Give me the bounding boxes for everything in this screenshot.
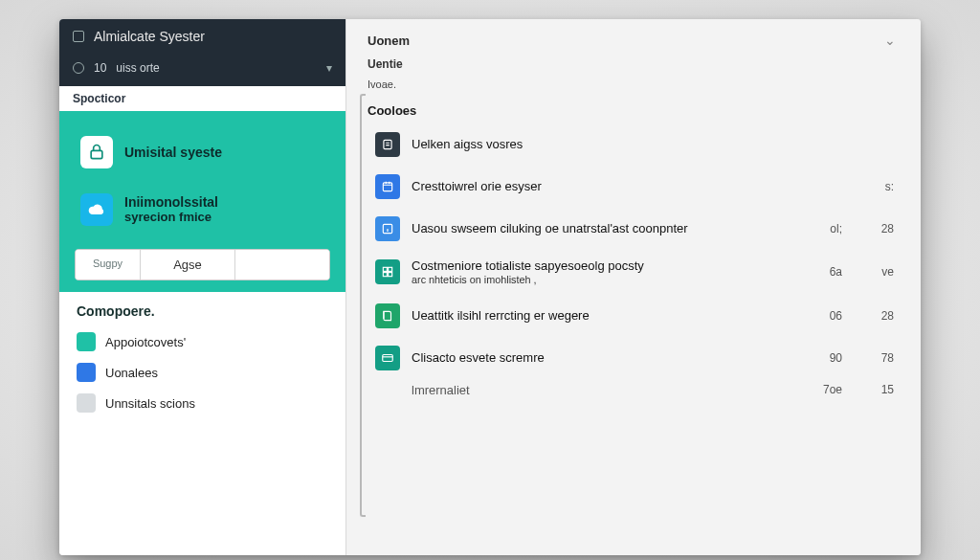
category-item-actions[interactable]: Unnsitals scions (77, 388, 328, 418)
svg-rect-2 (383, 183, 391, 191)
footer-label: lmrernaliet (412, 383, 792, 398)
list-item-meta: ol;28 (804, 222, 894, 235)
list-item[interactable]: Uelken aigss vosres (373, 123, 896, 166)
meta-value: 6a (804, 265, 842, 279)
category-label: Uonalees (105, 366, 158, 380)
nav-item-label: Iniimonolssital syrecion fmice (124, 194, 218, 224)
item-list: Uelken aigss vosresCresttoiwrel orie esy… (373, 123, 896, 406)
list-item-label: Ueattitk ilsihl rerrcting er wegere (412, 308, 792, 324)
meta-value: ol; (804, 222, 842, 235)
category-label: Appoiotcovets' (105, 335, 186, 349)
nav-item-uninstall[interactable]: Umisital syeste (75, 126, 330, 178)
category-block: Comopoere. Appoiotcovets' Uonalees Unnsi… (59, 292, 345, 426)
segment-b[interactable]: Agse (141, 250, 235, 280)
swatch-gray (77, 393, 96, 413)
meta-value: 28 (856, 309, 894, 323)
list-item[interactable]: Cresttoiwrel orie esysers: (373, 166, 896, 208)
list-item-label: Costmeniore totialiste sapyesoeolg pocst… (412, 258, 792, 286)
grid-icon (375, 259, 400, 284)
titlebar: Almialcate Syester (59, 19, 345, 54)
heading-tertiary: Ivoae. (368, 78, 896, 90)
list-item[interactable]: Clisacto esvete scremre9078 (373, 337, 896, 379)
list-footer: lmrernaliet7oe15 (373, 379, 896, 407)
chevron-down-icon[interactable]: ⌄ (884, 33, 896, 48)
note-icon (375, 132, 400, 157)
check-icon (73, 31, 84, 42)
lock-icon (80, 136, 113, 168)
list-item-label: Uasou swseem ciluking oe unatrstal'ast c… (412, 221, 792, 236)
segment-a[interactable]: Sugpy (76, 250, 141, 280)
svg-rect-5 (389, 268, 392, 272)
meta-value: 28 (856, 222, 894, 235)
group-bracket (360, 94, 366, 517)
svg-rect-0 (91, 150, 102, 158)
sidebar-section-header: Spocticor (59, 86, 345, 111)
breadcrumb-row: Uonem ⌄ (368, 33, 896, 48)
breadcrumb[interactable]: Uonem (368, 34, 410, 48)
svg-rect-4 (383, 268, 387, 272)
sidebar: Almialcate Syester 10 uiss orte ▾ Spocti… (59, 19, 346, 555)
category-title: Comopoere. (77, 303, 328, 319)
nav-item-protection[interactable]: Iniimonolssital syrecion fmice (75, 184, 330, 235)
meta-value: 90 (804, 351, 842, 365)
svg-rect-7 (389, 273, 392, 277)
app-title: Almialcate Syester (94, 29, 205, 44)
meta-value: ve (856, 265, 894, 279)
meta-value: 78 (856, 351, 894, 365)
sidebar-nav-block: Umisital syeste Iniimonolssital syrecion… (59, 111, 345, 292)
app-window: Almialcate Syester 10 uiss orte ▾ Spocti… (59, 19, 921, 555)
nav-item-label: Umisital syeste (124, 145, 222, 160)
segment-c[interactable] (235, 250, 329, 280)
category-item-apps[interactable]: Appoiotcovets' (77, 326, 328, 357)
main-panel: Uonem ⌄ Uentie Ivoae. Cooloes Uelken aig… (346, 19, 921, 555)
footer-meta: 7oe15 (804, 383, 894, 396)
group-title: Cooloes (368, 103, 896, 118)
calendar-icon (375, 174, 400, 199)
cloud-icon (80, 193, 113, 226)
category-label: Unnsitals scions (105, 396, 195, 411)
category-item-updates[interactable]: Uonalees (77, 357, 328, 388)
list-item-label: Clisacto esvete scremre (412, 350, 792, 366)
list-item-label: Cresttoiwrel orie esyser (412, 179, 844, 194)
filter-bar[interactable]: 10 uiss orte ▾ (59, 54, 345, 86)
svg-rect-6 (383, 273, 387, 277)
list-item-meta: 9078 (804, 351, 894, 365)
meta-value: 06 (804, 309, 842, 323)
list-item-meta: s: (856, 180, 894, 193)
list-item[interactable]: Costmeniore totialiste sapyesoeolg pocst… (373, 250, 896, 295)
meta-value: 15 (856, 383, 894, 396)
filter-label: uiss orte (116, 61, 159, 75)
swatch-blue (77, 363, 96, 382)
meta-value: s: (856, 180, 894, 193)
list-item-label: Uelken aigss vosres (412, 137, 894, 152)
segment-control[interactable]: Sugpy Agse (75, 249, 330, 280)
list-item[interactable]: Ueattitk ilsihl rerrcting er wegere0628 (373, 295, 896, 337)
radio-icon (73, 62, 84, 74)
list-item[interactable]: Uasou swseem ciluking oe unatrstal'ast c… (373, 208, 896, 250)
heading-secondary: Uentie (368, 57, 896, 71)
list-item-meta: 6ave (804, 265, 894, 279)
list-item-meta: 0628 (804, 309, 894, 323)
svg-rect-8 (383, 354, 393, 361)
chevron-down-icon[interactable]: ▾ (326, 61, 332, 75)
filter-count: 10 (94, 61, 106, 75)
book-icon (375, 303, 400, 328)
card-icon (375, 346, 400, 370)
info-icon (375, 216, 400, 241)
meta-value: 7oe (804, 383, 842, 396)
swatch-teal (77, 332, 96, 351)
